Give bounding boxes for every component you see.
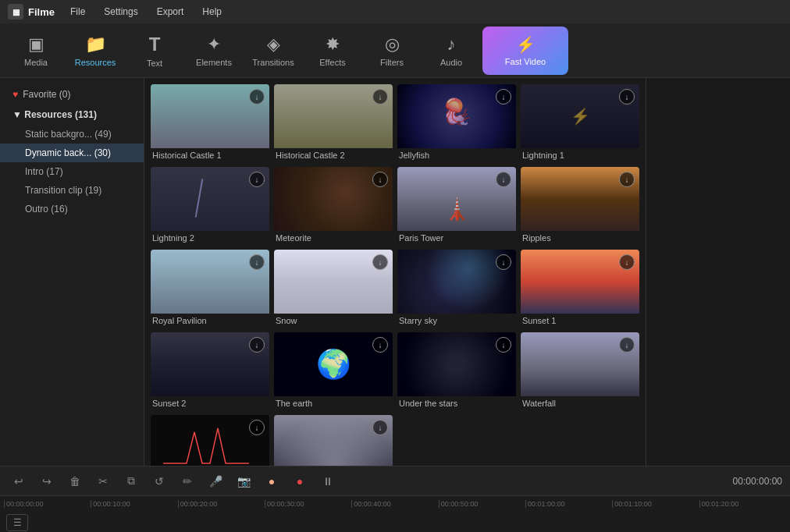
thumb-waterfall: ↓ (521, 332, 639, 396)
castle1-label: Historical Castle 1 (151, 148, 269, 162)
list-item[interactable]: 🗼 ↓ Paris Tower (397, 167, 516, 245)
download-lightning1[interactable]: ↓ (619, 89, 635, 105)
download-pavilion[interactable]: ↓ (249, 254, 265, 270)
download-snow[interactable]: ↓ (372, 254, 388, 270)
list-item[interactable]: ↓ Royal Pavilion (151, 250, 269, 328)
list-item[interactable]: ↓ Ripples (521, 167, 639, 245)
undo-button[interactable]: ↩ (8, 470, 30, 492)
earth-icon: 🌍 (316, 348, 351, 381)
resources-icon: 📁 (85, 34, 106, 55)
download-meteorite[interactable]: ↓ (372, 172, 388, 187)
pause-button[interactable]: ⏸ (317, 470, 339, 492)
list-item[interactable]: ↓ Snow (274, 250, 393, 328)
menu-settings[interactable]: Settings (101, 5, 141, 19)
sidebar-static[interactable]: Static backgro... (49) (0, 125, 144, 144)
list-item[interactable]: ↓ Wave chart (151, 415, 269, 466)
tool-media[interactable]: ▣ Media (8, 27, 64, 75)
delete-button[interactable]: 🗑 (64, 470, 86, 492)
paris-label: Paris Tower (397, 231, 516, 245)
thumb-jellyfish: 🪼 ↓ (397, 84, 516, 148)
edit-button[interactable]: ✏ (176, 470, 198, 492)
split-button[interactable]: ✂ (92, 470, 114, 492)
hamburger-button[interactable]: ☰ (6, 514, 28, 531)
sidebar-favorite[interactable]: ♥ Favorite (0) (0, 84, 144, 105)
thumb-sunset2: ↓ (151, 332, 269, 396)
menu-file[interactable]: File (67, 5, 88, 19)
sidebar-resources[interactable]: ▼ Resources (131) (0, 105, 144, 125)
list-item[interactable]: ↓ Meteorite (274, 167, 393, 245)
effects-label: Effects (319, 58, 345, 67)
list-item[interactable]: 🪼 ↓ Jellyfish (397, 84, 516, 162)
app-logo: ▦ Filme (8, 4, 55, 20)
download-ripples[interactable]: ↓ (619, 172, 635, 187)
list-item[interactable]: 🌍 ↓ The earth (274, 332, 393, 410)
heart-icon: ♥ (12, 89, 18, 100)
tool-effects[interactable]: ✸ Effects (304, 27, 361, 75)
meteorite-label: Meteorite (274, 231, 393, 245)
record-video-button[interactable]: 📷 (233, 470, 254, 492)
thumb-ripples: ↓ (521, 167, 639, 231)
sunset2-label: Sunset 2 (151, 396, 269, 410)
timeline: ↩ ↪ 🗑 ✂ ⧉ ↺ ✏ 🎤 📷 ● ● ⏸ 00:00:00:00 00:0… (0, 466, 790, 532)
thumb-meteorite: ↓ (274, 167, 393, 231)
download-wave[interactable]: ↓ (249, 420, 265, 435)
list-item[interactable]: ↓ Under the stars (397, 332, 516, 410)
thumb-pavilion: ↓ (151, 250, 269, 314)
tool-text[interactable]: T Text (126, 27, 183, 75)
download-earth[interactable]: ↓ (372, 337, 388, 353)
copy-button[interactable]: ⧉ (120, 470, 142, 492)
menu-export[interactable]: Export (154, 5, 187, 19)
app-name: Filme (28, 6, 55, 18)
tool-fast-video[interactable]: ⚡ Fast Video (482, 27, 568, 75)
download-sunset1[interactable]: ↓ (619, 254, 635, 270)
download-castle1[interactable]: ↓ (249, 89, 265, 105)
content-grid: ↓ Historical Castle 1 ↓ Historical Castl… (144, 78, 646, 466)
lightning1-label: Lightning 1 (521, 148, 639, 162)
undo2-button[interactable]: ↺ (148, 470, 170, 492)
list-item[interactable]: ↓ Lightning 2 (151, 167, 269, 245)
download-stars[interactable]: ↓ (496, 337, 511, 353)
resources-label: Resources (75, 58, 116, 67)
list-item[interactable]: ↓ Sunset 1 (521, 250, 639, 328)
list-item[interactable]: ↓ Historical Castle 2 (274, 84, 393, 162)
text-label: Text (147, 59, 162, 68)
sidebar-dynamic[interactable]: Dynamic back... (30) (0, 144, 144, 162)
tool-elements[interactable]: ✦ Elements (186, 27, 242, 75)
ruler-mark-1: 00:00:10:00 (91, 500, 177, 508)
sidebar-transition-clip[interactable]: Transition clip (19) (0, 181, 144, 200)
filters-label: Filters (380, 58, 404, 67)
resources-category-label: Resources (131) (24, 109, 97, 120)
list-item[interactable]: ↓ Sunset 2 (151, 332, 269, 410)
list-item[interactable]: ↓ Historical Castle 1 (151, 84, 269, 162)
record-audio-button[interactable]: 🎤 (205, 470, 226, 492)
list-item[interactable]: ↓ Starry sky (397, 250, 516, 328)
ruler-mark-5: 00:00:50:00 (439, 500, 525, 508)
thumb-lightning1: ⚡ ↓ (521, 84, 639, 148)
download-smoke[interactable]: ↓ (372, 420, 388, 435)
menu-help[interactable]: Help (199, 5, 225, 19)
tool-audio[interactable]: ♪ Audio (423, 27, 479, 75)
ruler-mark-3: 00:00:30:00 (265, 500, 351, 508)
tool-resources[interactable]: 📁 Resources (67, 27, 123, 75)
list-item[interactable]: ⚡ ↓ Lightning 1 (521, 84, 639, 162)
timeline-toolbar: ↩ ↪ 🗑 ✂ ⧉ ↺ ✏ 🎤 📷 ● ● ⏸ 00:00:00:00 (0, 466, 790, 496)
download-paris[interactable]: ↓ (496, 172, 511, 187)
redo-button[interactable]: ↪ (36, 470, 58, 492)
sidebar-outro[interactable]: Outro (16) (0, 200, 144, 218)
list-item[interactable]: ↓ Waterfall (521, 332, 639, 410)
download-waterfall[interactable]: ↓ (619, 337, 635, 353)
tool-filters[interactable]: ◎ Filters (364, 27, 420, 75)
download-sunset2[interactable]: ↓ (249, 337, 265, 353)
list-item[interactable]: ↓ White Smoke (274, 415, 393, 466)
download-starry[interactable]: ↓ (496, 254, 511, 270)
pavilion-label: Royal Pavilion (151, 314, 269, 328)
menu-bar: ▦ Filme File Settings Export Help (0, 0, 790, 23)
castle2-label: Historical Castle 2 (274, 148, 393, 162)
filters-icon: ◎ (385, 34, 400, 55)
earth-label: The earth (274, 396, 393, 410)
download-castle2[interactable]: ↓ (372, 89, 388, 105)
download-lightning2[interactable]: ↓ (249, 172, 265, 187)
sidebar-intro[interactable]: Intro (17) (0, 162, 144, 181)
tool-transitions[interactable]: ◈ Transitions (245, 27, 301, 75)
download-jellyfish[interactable]: ↓ (496, 89, 511, 105)
